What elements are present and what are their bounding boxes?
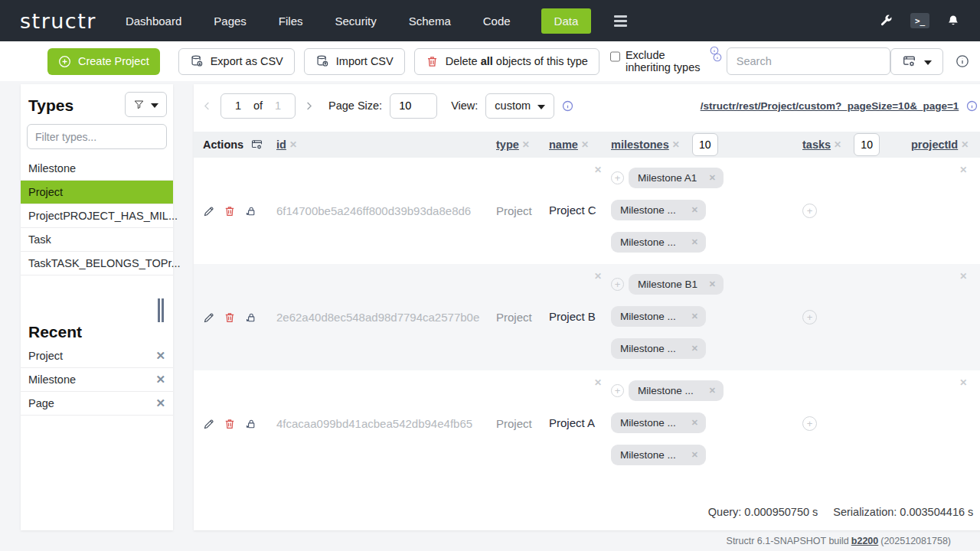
previous-page-icon[interactable] — [201, 100, 213, 112]
nav-item-pages[interactable]: Pages — [212, 8, 248, 34]
delete-icon[interactable] — [224, 311, 236, 324]
info-icon[interactable] — [966, 100, 978, 112]
next-page-icon[interactable] — [303, 100, 315, 112]
wrench-icon[interactable] — [879, 14, 893, 28]
remove-column-icon[interactable]: ✕ — [834, 139, 841, 150]
edit-icon[interactable] — [203, 311, 215, 324]
search-input[interactable] — [727, 47, 890, 75]
nav-item-schema[interactable]: Schema — [407, 8, 452, 34]
view-select[interactable]: custom — [485, 93, 554, 119]
rest-url-link[interactable]: /structr/rest/Project/custom?_pageSize=1… — [701, 100, 959, 112]
recent-item-page[interactable]: Page ✕ — [21, 392, 173, 416]
remove-recent-icon[interactable]: ✕ — [155, 396, 165, 410]
clear-name-icon[interactable]: ✕ — [594, 165, 602, 175]
clear-name-icon[interactable]: ✕ — [594, 377, 602, 388]
terminal-icon[interactable]: >_ — [910, 13, 929, 28]
remove-milestone-icon[interactable]: ✕ — [691, 450, 698, 460]
remove-milestone-icon[interactable]: ✕ — [691, 311, 698, 321]
export-csv-button[interactable]: Export as CSV — [178, 48, 295, 75]
delete-all-button[interactable]: Delete all objects of this type — [414, 48, 599, 75]
tasks-page-size-input[interactable] — [854, 133, 880, 156]
add-task-icon[interactable]: + — [802, 204, 817, 218]
remove-milestone-icon[interactable]: ✕ — [709, 279, 716, 289]
filter-types-input[interactable] — [27, 124, 167, 149]
sidebar-item-tasktask-belongs-topr[interactable]: TaskTASK_BELONGS_TOPr... — [21, 252, 173, 276]
milestone-chip[interactable]: Milestone A1 ✕ — [629, 168, 724, 188]
info-icon[interactable] — [562, 100, 573, 112]
info-icon[interactable] — [708, 49, 717, 66]
sidebar-item-projectproject-has-mil[interactable]: ProjectPROJECT_HAS_MIL... — [21, 204, 173, 228]
name-value[interactable]: Project B — [549, 310, 596, 324]
sidebar-item-milestone[interactable]: Milestone — [21, 157, 173, 181]
import-csv-button[interactable]: Import CSV — [304, 48, 405, 75]
remove-milestone-icon[interactable]: ✕ — [691, 205, 698, 215]
clear-name-icon[interactable]: ✕ — [594, 271, 602, 282]
remove-recent-icon[interactable]: ✕ — [155, 373, 165, 386]
milestone-chip[interactable]: Milestone ... ✕ — [611, 200, 706, 220]
milestone-chip[interactable]: Milestone B1 ✕ — [629, 274, 724, 295]
remove-recent-icon[interactable]: ✕ — [155, 349, 165, 363]
column-header-type[interactable]: type — [496, 139, 519, 151]
name-value[interactable]: Project C — [549, 204, 596, 218]
add-milestone-icon[interactable]: + — [611, 171, 624, 184]
recent-item-project[interactable]: Project ✕ — [21, 344, 173, 368]
configure-columns-button[interactable] — [890, 48, 943, 75]
remove-milestone-icon[interactable]: ✕ — [709, 386, 716, 396]
sidebar-resize-handle[interactable] — [158, 298, 164, 322]
remove-column-icon[interactable]: ✕ — [522, 139, 530, 150]
add-milestone-icon[interactable]: + — [611, 278, 624, 291]
add-task-icon[interactable]: + — [802, 416, 817, 431]
clear-projectid-icon[interactable]: ✕ — [959, 271, 967, 282]
milestone-chip[interactable]: Milestone ... ✕ — [611, 306, 706, 327]
edit-icon[interactable] — [203, 205, 215, 217]
milestone-chip[interactable]: Milestone ... ✕ — [629, 380, 724, 401]
column-header-tasks[interactable]: tasks — [802, 139, 831, 151]
table-gear-icon[interactable] — [250, 139, 263, 151]
column-header-milestones[interactable]: milestones — [611, 139, 669, 151]
sidebar-item-project[interactable]: Project — [21, 181, 173, 204]
milestones-page-size-input[interactable] — [692, 133, 718, 156]
recent-item-milestone[interactable]: Milestone ✕ — [21, 368, 173, 392]
column-header-name[interactable]: name — [549, 139, 578, 151]
column-header-id[interactable]: id — [276, 139, 286, 151]
exclude-inheriting-checkbox-input[interactable] — [610, 51, 620, 62]
nav-item-files[interactable]: Files — [277, 8, 305, 34]
remove-milestone-icon[interactable]: ✕ — [691, 418, 698, 428]
info-icon[interactable] — [956, 54, 969, 68]
edit-icon[interactable] — [203, 418, 215, 430]
exclude-inheriting-checkbox[interactable]: Exclude inheriting types — [610, 49, 717, 73]
nav-item-code[interactable]: Code — [482, 8, 512, 34]
remove-column-icon[interactable]: ✕ — [961, 139, 969, 150]
remove-milestone-icon[interactable]: ✕ — [709, 173, 716, 183]
build-link[interactable]: b2200 — [851, 536, 878, 546]
column-header-projectid[interactable]: projectId — [911, 139, 958, 151]
milestone-chip[interactable]: Milestone ... ✕ — [611, 445, 706, 465]
add-task-icon[interactable]: + — [802, 310, 817, 324]
nav-item-security[interactable]: Security — [334, 8, 378, 34]
page-size-input[interactable] — [390, 93, 437, 119]
access-control-icon[interactable] — [244, 205, 256, 217]
remove-column-icon[interactable]: ✕ — [672, 139, 680, 150]
name-value[interactable]: Project A — [549, 416, 595, 431]
remove-milestone-icon[interactable]: ✕ — [691, 344, 698, 354]
access-control-icon[interactable] — [244, 311, 256, 324]
delete-icon[interactable] — [224, 418, 236, 430]
remove-column-icon[interactable]: ✕ — [581, 139, 589, 150]
hamburger-menu-icon[interactable] — [614, 15, 627, 27]
sidebar-item-task[interactable]: Task — [21, 228, 173, 252]
access-control-icon[interactable] — [244, 418, 256, 430]
nav-item-dashboard[interactable]: Dashboard — [124, 8, 183, 34]
add-milestone-icon[interactable]: + — [611, 384, 624, 397]
delete-icon[interactable] — [224, 205, 236, 217]
milestone-chip[interactable]: Milestone ... ✕ — [611, 232, 706, 253]
milestone-chip[interactable]: Milestone ... ✕ — [611, 338, 706, 359]
bell-icon[interactable] — [946, 14, 960, 28]
remove-column-icon[interactable]: ✕ — [289, 139, 297, 150]
nav-item-data[interactable]: Data — [541, 8, 592, 34]
remove-milestone-icon[interactable]: ✕ — [691, 237, 698, 247]
type-filter-button[interactable] — [125, 92, 167, 117]
clear-projectid-icon[interactable]: ✕ — [959, 377, 967, 388]
clear-projectid-icon[interactable]: ✕ — [959, 165, 967, 175]
milestone-chip[interactable]: Milestone ... ✕ — [611, 412, 706, 433]
create-project-button[interactable]: Create Project — [47, 48, 160, 75]
